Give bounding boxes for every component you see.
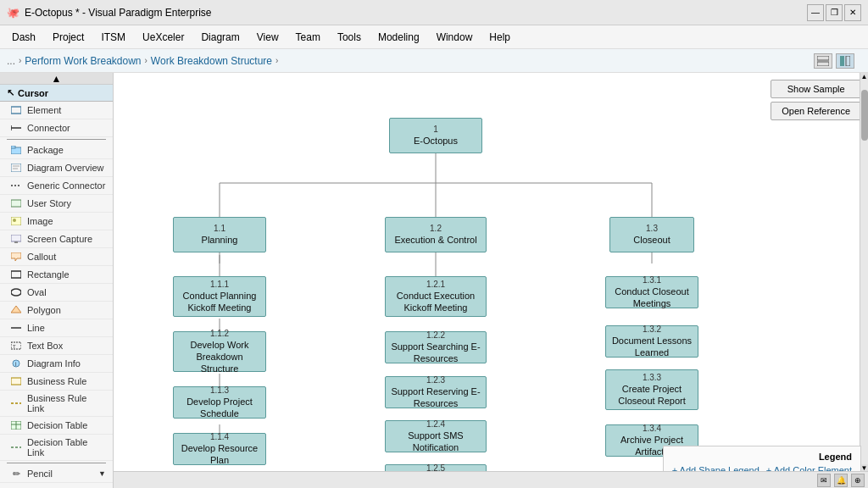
sidebar-item-line[interactable]: Line [0,319,113,337]
diagram-info-label: Diagram Info [27,358,81,369]
sidebar-item-callout[interactable]: Callout [0,248,113,266]
sidebar: ▲ ↖ Cursor Element Connector Package Dia… [0,73,114,488]
callout-label: Callout [27,252,56,262]
menu-team[interactable]: Team [287,28,329,47]
image-label: Image [27,216,53,226]
wbs-node-1-3[interactable]: 1.3 Closeout [609,217,694,252]
package-label: Package [27,145,64,155]
maximize-button[interactable]: ❒ [826,4,843,21]
1-2-label: Execution & Control [394,234,476,246]
minimize-button[interactable]: — [807,4,824,21]
wbs-node-1-2-4[interactable]: 1.2.4 Support SMS Notification [385,420,487,452]
status-icon-3[interactable]: ⊕ [851,474,865,487]
wbs-node-1-1-4[interactable]: 1.1.4 Develop Resource Plan [173,433,266,465]
wbs-node-root[interactable]: 1 E-Octopus [389,118,482,153]
wbs-node-1-3-1[interactable]: 1.3.1 Conduct Closeout Meetings [605,276,698,308]
pencil-icon: ✏ [10,468,22,480]
statusbar: ✉ 🔔 ⊕ [114,471,868,488]
wbs-diagram[interactable]: 1 E-Octopus 1.1 Planning 1.2 Execution &… [114,73,868,488]
menubar: Dash Project ITSM UeXceler Diagram View … [0,25,868,49]
svg-point-19 [11,289,21,296]
sidebar-item-connector[interactable]: Connector [0,119,113,137]
toolbar-icon-1[interactable] [814,53,832,69]
breadcrumb-nav[interactable]: ... [7,55,15,67]
1-2-4-label: Support SMS Notification [389,430,482,454]
1-3-2-label: Document Lessons Learned [609,335,694,359]
1-3-label: Closeout [633,234,670,246]
menu-project[interactable]: Project [44,28,92,47]
element-label: Element [27,105,61,115]
sidebar-item-business-rule-link[interactable]: Business Rule Link [0,391,113,417]
business-rule-link-label: Business Rule Link [27,393,106,413]
scroll-thumb[interactable] [861,90,868,141]
1-1-num: 1.1 [214,224,225,234]
wbs-node-1-1[interactable]: 1.1 Planning [173,217,266,252]
1-1-label: Planning [202,234,238,246]
sidebar-section-cursor[interactable]: ↖ Cursor [0,85,113,102]
scroll-down-arrow[interactable]: ▼ [860,464,868,471]
sidebar-item-polygon[interactable]: Polygon [0,302,113,319]
root-label: E-Octopus [414,135,458,147]
sidebar-scroll-up[interactable]: ▲ [0,73,113,85]
wbs-node-1-2-1[interactable]: 1.2.1 Conduct Execution Kickoff Meeting [385,276,487,317]
sidebar-item-decision-table[interactable]: Decision Table [0,417,113,435]
sidebar-item-rectangle[interactable]: Rectangle [0,266,113,284]
wbs-node-1-1-1[interactable]: 1.1.1 Conduct Planning Kickoff Meeting [173,276,266,317]
sidebar-item-diagram-overview[interactable]: Diagram Overview [0,159,113,177]
menu-uexceler[interactable]: UeXceler [134,28,192,47]
titlebar-controls: — ❒ ✕ [807,4,861,21]
1-1-1-num: 1.1.1 [210,280,229,290]
menu-window[interactable]: Window [428,28,481,47]
breadcrumb-item-1[interactable]: Perform Work Breakdown [25,55,141,67]
status-icon-2[interactable]: 🔔 [834,474,848,487]
root-num: 1 [433,125,438,135]
svg-rect-2 [840,56,844,66]
sidebar-item-user-story[interactable]: User Story [0,195,113,213]
svg-rect-26 [11,378,21,385]
menu-diagram[interactable]: Diagram [192,28,248,47]
decision-table-icon [10,419,22,431]
menu-dash[interactable]: Dash [3,28,44,47]
sidebar-item-image[interactable]: Image [0,213,113,230]
menu-itsm[interactable]: ITSM [92,28,134,47]
menu-modeling[interactable]: Modeling [370,28,428,47]
sidebar-item-screen-capture[interactable]: Screen Capture [0,230,113,248]
svg-rect-18 [11,271,21,278]
sidebar-item-decision-table-link[interactable]: Decision Table Link [0,435,113,461]
wbs-node-1-2-2[interactable]: 1.2.2 Support Searching E-Resources [385,331,487,363]
sidebar-item-package[interactable]: Package [0,141,113,159]
line-label: Line [27,323,45,333]
sidebar-item-generic-connector[interactable]: Generic Connector [0,177,113,195]
sidebar-item-element[interactable]: Element [0,102,113,119]
sidebar-item-text-box[interactable]: T Text Box [0,337,113,355]
close-button[interactable]: ✕ [844,4,861,21]
text-box-icon: T [10,340,22,352]
line-icon [10,322,22,334]
menu-tools[interactable]: Tools [329,28,370,47]
1-3-3-label: Create Project Closeout Report [609,383,694,408]
wbs-node-1-1-2[interactable]: 1.1.2 Develop Work Breakdown Structure [173,331,266,372]
menu-view[interactable]: View [248,28,287,47]
sidebar-item-pencil[interactable]: ✏ Pencil ▼ [0,465,113,483]
sidebar-item-diagram-info[interactable]: i Diagram Info [0,355,113,373]
wbs-node-1-2[interactable]: 1.2 Execution & Control [385,217,487,252]
sidebar-item-business-rule[interactable]: Business Rule [0,373,113,391]
wbs-node-1-2-3[interactable]: 1.2.3 Support Reserving E-Resources [385,376,487,408]
scroll-up-arrow[interactable]: ▲ [860,73,868,80]
titlebar: 🐙 E-Octopus * - Visual Paradigm Enterpri… [0,0,868,25]
1-2-4-num: 1.2.4 [426,419,445,430]
vertical-scrollbar[interactable]: ▲ ▼ [860,73,868,471]
pencil-expand: ▼ [98,469,106,478]
menu-help[interactable]: Help [481,28,519,47]
wbs-node-1-3-3[interactable]: 1.3.3 Create Project Closeout Report [605,369,698,410]
status-icon-1[interactable]: ✉ [817,474,831,487]
sidebar-item-oval[interactable]: Oval [0,284,113,302]
wbs-node-1-3-2[interactable]: 1.3.2 Document Lessons Learned [605,325,698,358]
1-3-2-num: 1.3.2 [643,324,661,335]
wbs-node-1-1-3[interactable]: 1.1.3 Develop Project Schedule [173,386,266,419]
breadcrumb-item-2[interactable]: Work Breakdown Structure [151,55,272,67]
toolbar-icon-2[interactable] [836,53,854,69]
1-2-1-num: 1.2.1 [426,280,445,290]
rectangle-icon [10,269,22,280]
polygon-label: Polygon [27,305,61,315]
